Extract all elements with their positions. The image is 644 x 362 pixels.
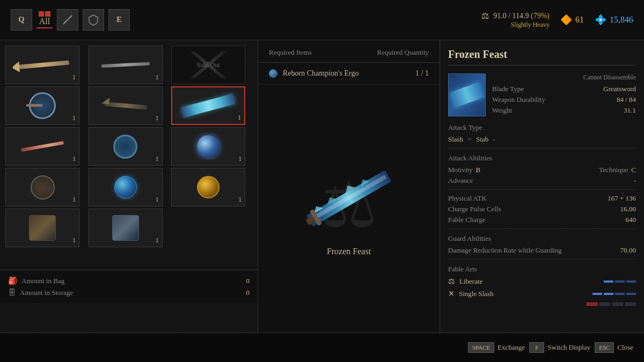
sold-out-text: Sold Out — [197, 61, 220, 69]
fable-art-2-dots — [592, 293, 636, 295]
physical-atk-row: Physical ATK 167 + 136 — [448, 194, 636, 203]
inventory-cell-1[interactable]: 1 — [5, 46, 79, 84]
weight-status: Slightly Heavy — [511, 21, 550, 29]
esc-key-badge: ESC — [595, 342, 614, 353]
filter-tab-all[interactable]: All — [36, 11, 53, 28]
inventory-cell-2[interactable]: 1 — [89, 46, 163, 84]
inventory-cell-12[interactable]: 1 — [171, 168, 245, 206]
amount-storage-row: 🗄 Amount in Storage 0 — [8, 287, 250, 299]
separator-4 — [448, 259, 636, 260]
item-count-1: 1 — [72, 73, 76, 82]
gold-stat: 💠 15,846 — [595, 14, 633, 26]
filter-tab-shield[interactable] — [83, 9, 104, 31]
shield-icon — [87, 13, 100, 26]
guard-dmg-row: Damage Reduction Rate while Guarding 70.… — [448, 246, 636, 255]
switch-display-button[interactable]: F Switch Display — [529, 342, 590, 353]
inventory-cell-4[interactable]: 1 — [5, 86, 79, 125]
ergo-icon-top: 🔶 — [560, 14, 572, 26]
weapon-ice-blade — [181, 93, 236, 117]
item-stats-right: Cannot Disassemble Blade Type Greatsword… — [492, 73, 636, 117]
inventory-cell-11[interactable]: 1 — [89, 168, 163, 206]
guard-dmg-label: Damage Reduction Rate while Guarding — [448, 246, 562, 255]
top-bar: Q All E — [0, 0, 644, 40]
charge-seg-2 — [599, 302, 610, 306]
advance-label: Advance — [448, 176, 473, 185]
inventory-cell-5[interactable]: 1 — [89, 86, 163, 125]
blade-type-val: Greatsword — [603, 85, 636, 93]
weapon-dagger — [21, 141, 64, 152]
fable-charge-label: Fable Charge — [448, 216, 485, 224]
item-count-9: 1 — [238, 155, 241, 163]
bag-val: 0 — [246, 277, 250, 285]
inventory-cell-14[interactable]: 1 — [89, 209, 163, 247]
all-tab-label: All — [39, 17, 50, 26]
required-items-label: Required Items — [269, 48, 312, 57]
fable-art-1-left: ⚖ Liberate — [448, 277, 482, 286]
ergo-stat: 🔶 61 — [560, 14, 584, 26]
advance-val: - — [634, 176, 636, 185]
inventory-cell-7[interactable]: 1 — [5, 127, 79, 166]
item-thumbnail — [448, 73, 486, 116]
item-count-2: 1 — [156, 73, 159, 82]
inventory-cell-8[interactable]: 1 — [89, 127, 163, 166]
inventory-cell-6[interactable]: 1 — [171, 86, 245, 125]
exchange-button[interactable]: SPACE Exchange — [468, 342, 525, 353]
charge-pulse-label: Charge Pulse Cells — [448, 205, 501, 213]
motivity-item: Motivity B — [448, 166, 480, 174]
weapon-img-2 — [96, 51, 155, 78]
switch-display-label: Switch Display — [547, 343, 590, 352]
inventory-grid: 1 1 Sold Out — [5, 46, 252, 247]
main-content: 1 1 Sold Out — [0, 40, 644, 333]
attack-abilities-title: Attack Abilities — [448, 154, 636, 162]
inventory-cell-3[interactable]: Sold Out — [171, 46, 245, 84]
weapon-gold-orb — [197, 176, 219, 198]
weapon-sword-small — [101, 62, 150, 68]
attack-type-section: Attack Type — [448, 123, 636, 132]
weapon-img-12 — [179, 174, 238, 201]
close-button[interactable]: ESC Close — [595, 342, 633, 353]
weapon-img-6 — [179, 92, 238, 119]
charge-pulse-row: Charge Pulse Cells 16.00 — [448, 205, 636, 213]
required-qty: 1 / 1 — [415, 69, 429, 78]
space-key-badge: SPACE — [468, 342, 494, 353]
technique-item: Technique C — [599, 166, 636, 174]
fable-charge-row: Fable Charge 640 — [448, 216, 636, 224]
center-panel: Required Items Required Quantity Reborn … — [258, 40, 440, 333]
storage-icon: 🗄 — [8, 289, 16, 297]
filter-tab-sword[interactable] — [57, 9, 78, 31]
weight-info: ⚖ 91.0 / 114.9 (79%) Slightly Heavy — [481, 11, 550, 29]
filter-tab-q[interactable]: Q — [11, 9, 32, 31]
weapon-mech-arm — [29, 215, 56, 241]
bag-icon: 🎒 — [8, 276, 17, 285]
inventory-cell-9[interactable]: 1 — [171, 127, 245, 166]
filter-tab-e[interactable]: E — [108, 9, 130, 31]
physical-atk-val: 167 + 136 — [608, 194, 636, 203]
required-qty-label: Required Quantity — [377, 48, 429, 57]
attack-type-row: Slash = Stab - — [448, 135, 636, 144]
ergo-icon — [269, 69, 277, 78]
inventory-cell-13[interactable]: 1 — [5, 209, 79, 247]
attack-slash: Slash — [448, 135, 463, 144]
blade-type-label: Blade Type — [492, 85, 524, 93]
weapon-spear — [16, 61, 69, 70]
weapon-img-1 — [13, 51, 72, 78]
weapon-mech-arm2 — [112, 215, 139, 241]
inventory-panel: 1 1 Sold Out — [0, 40, 258, 333]
dot-5 — [604, 293, 613, 295]
bottom-bar: SPACE Exchange F Switch Display ESC Clos… — [0, 333, 644, 362]
item-count-14: 1 — [156, 237, 159, 245]
item-title: Frozen Feast — [448, 48, 636, 65]
charge-pulse-val: 16.00 — [620, 205, 636, 213]
separator-1 — [448, 148, 636, 149]
inventory-cell-10[interactable]: 1 — [5, 168, 79, 206]
advance-row: Advance - — [448, 176, 636, 185]
item-thumb-inner — [449, 82, 485, 108]
item-count-12: 1 — [238, 196, 241, 204]
fable-arts-title: Fable Arts — [448, 265, 636, 274]
guard-dmg-val: 70.00 — [620, 246, 636, 255]
weapon-img-4 — [13, 92, 72, 119]
blade-type-row: Blade Type Greatsword — [492, 85, 636, 93]
amount-bag-row: 🎒 Amount in Bag 0 — [8, 275, 250, 287]
weapon-img-5 — [96, 92, 155, 119]
guard-label: Guard Abilities — [448, 234, 636, 243]
